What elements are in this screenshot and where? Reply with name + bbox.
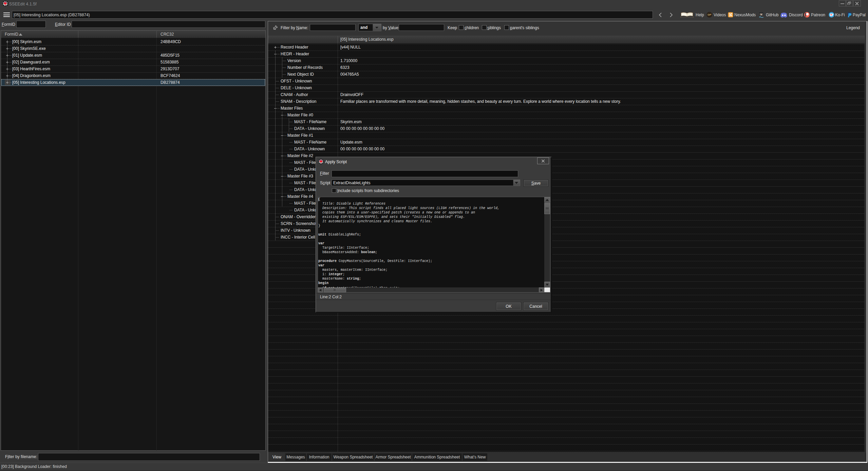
svg-text:GP: GP xyxy=(707,13,711,16)
